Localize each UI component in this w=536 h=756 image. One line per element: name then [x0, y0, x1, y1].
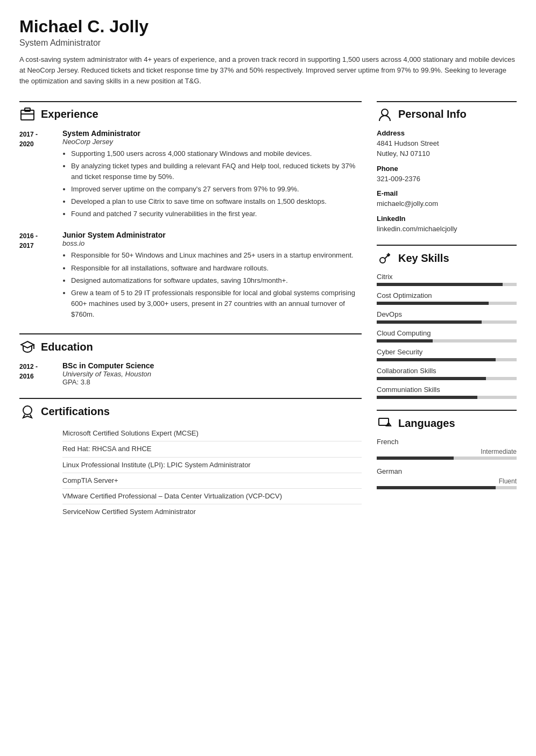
email-value: michaelc@jolly.com — [377, 198, 517, 209]
lang-bar-fill — [377, 457, 454, 460]
lang-level-label: Intermediate — [377, 448, 517, 455]
exp-company-1: NeoCorp Jersey — [62, 138, 362, 146]
skills-list: Citrix Cost Optimization DevOps Cloud Co… — [377, 273, 517, 399]
bullet: Found and patched 7 security vulnerabili… — [71, 209, 362, 219]
lang-level-label: Fluent — [377, 477, 517, 485]
personal-info-header: Personal Info — [377, 101, 517, 123]
header-section: Michael C. Jolly System Administrator A … — [19, 17, 517, 87]
experience-section: Experience 2017 - 2020 System Administra… — [19, 101, 362, 322]
edu-entry-1: 2012 - 2016 BSc in Computer Science Univ… — [19, 361, 362, 386]
lang-name: French — [377, 438, 517, 446]
skill-name: Cost Optimization — [377, 291, 517, 299]
languages-section: Languages French Intermediate German Flu… — [377, 410, 517, 489]
svg-point-6 — [382, 109, 388, 116]
edu-school-1: University of Texas, Houston — [62, 370, 154, 378]
languages-title: Languages — [398, 417, 455, 430]
lang-bar-bg — [377, 486, 517, 489]
skill-bar-fill — [377, 339, 433, 343]
languages-header: Languages — [377, 410, 517, 431]
edu-degree-1: BSc in Computer Science — [62, 361, 154, 370]
languages-icon — [377, 415, 393, 431]
skill-bar-bg — [377, 320, 517, 324]
right-column: Personal Info Address 4841 Hudson Street… — [377, 101, 517, 532]
skill-name: Communiation Skills — [377, 386, 517, 394]
key-skills-section: Key Skills Citrix Cost Optimization DevO… — [377, 245, 517, 399]
exp-dates-1: 2017 - 2020 — [19, 129, 62, 222]
lang-name: German — [377, 467, 517, 475]
skill-bar-bg — [377, 302, 517, 305]
skill-row: Collaboration Skills — [377, 367, 517, 380]
education-title: Education — [41, 341, 93, 353]
exp-bullets-2: Responsible for 50+ Windows and Linux ma… — [62, 250, 362, 320]
exp-job-title-2: Junior System Administrator — [62, 231, 362, 239]
skill-name: DevOps — [377, 310, 517, 318]
skill-row: Communiation Skills — [377, 386, 517, 399]
left-column: Experience 2017 - 2020 System Administra… — [19, 101, 362, 532]
cert-list: Microsoft Certified Solutions Expert (MC… — [19, 426, 362, 519]
skill-bar-fill — [377, 320, 482, 324]
bullet: Responsible for 50+ Windows and Linux ma… — [71, 250, 362, 261]
skill-name: Cyber Security — [377, 348, 517, 356]
certifications-header: Certifications — [19, 398, 362, 419]
edu-gpa-1: GPA: 3.8 — [62, 378, 154, 386]
experience-header: Experience — [19, 101, 362, 123]
bullet: Supporting 1,500 users across 4,000 stat… — [71, 148, 362, 159]
cert-item: VMware Certified Professional – Data Cen… — [62, 489, 362, 504]
cert-item: ServiceNow Certified System Administrato… — [62, 504, 362, 519]
skill-bar-fill — [377, 283, 503, 286]
personal-info-icon — [377, 106, 393, 123]
candidate-title: System Administrator — [19, 38, 517, 48]
skill-name: Collaboration Skills — [377, 367, 517, 375]
exp-content-1: System Administrator NeoCorp Jersey Supp… — [62, 129, 362, 222]
certifications-title: Certifications — [41, 405, 110, 418]
bullet: Developed a plan to use Citrix to save t… — [71, 196, 362, 207]
edu-dates-1: 2012 - 2016 — [19, 361, 62, 386]
resume-wrapper: Michael C. Jolly System Administrator A … — [0, 0, 536, 548]
key-skills-title: Key Skills — [398, 252, 449, 265]
exp-dates-2: 2016 - 2017 — [19, 231, 62, 322]
skill-bar-fill — [377, 396, 477, 399]
cert-item: Linux Professional Institute (LPI): LPIC… — [62, 458, 362, 473]
cert-item: Microsoft Certified Solutions Expert (MC… — [62, 426, 362, 441]
linkedin-label: LinkedIn — [377, 215, 517, 223]
phone-value: 321-009-2376 — [377, 174, 517, 184]
cert-item: CompTIA Server+ — [62, 473, 362, 489]
address-label: Address — [377, 129, 517, 137]
lang-row: French Intermediate — [377, 438, 517, 460]
candidate-name: Michael C. Jolly — [19, 17, 517, 36]
cert-item: Red Hat: RHCSA and RHCE — [62, 441, 362, 457]
key-skills-header: Key Skills — [377, 245, 517, 266]
exp-content-2: Junior System Administrator boss.io Resp… — [62, 231, 362, 322]
skill-bar-fill — [377, 358, 496, 361]
lang-bar-bg — [377, 457, 517, 460]
skill-row: Cost Optimization — [377, 291, 517, 305]
bullet: Improved server uptime on the company's … — [71, 184, 362, 195]
skill-bar-fill — [377, 302, 489, 305]
skill-bar-bg — [377, 377, 517, 380]
skill-name: Citrix — [377, 273, 517, 281]
education-icon — [19, 339, 36, 355]
lang-bar-fill — [377, 486, 496, 489]
candidate-summary: A cost-saving system administrator with … — [19, 54, 517, 87]
skill-bar-bg — [377, 339, 517, 343]
experience-icon — [19, 106, 36, 123]
bullet: By analyzing ticket types and building a… — [71, 161, 362, 182]
skill-row: Citrix — [377, 273, 517, 286]
linkedin-value: linkedin.com/michaelcjolly — [377, 224, 517, 234]
skill-bar-bg — [377, 283, 517, 286]
edu-content-1: BSc in Computer Science University of Te… — [62, 361, 154, 386]
exp-company-2: boss.io — [62, 239, 362, 247]
bullet: Designed automatizations for software up… — [71, 275, 362, 286]
personal-info-title: Personal Info — [398, 108, 467, 120]
lang-row: German Fluent — [377, 467, 517, 489]
skill-row: DevOps — [377, 310, 517, 324]
phone-label: Phone — [377, 165, 517, 173]
education-header: Education — [19, 333, 362, 355]
experience-title: Experience — [41, 108, 98, 120]
languages-list: French Intermediate German Fluent — [377, 438, 517, 489]
certifications-section: Certifications Microsoft Certified Solut… — [19, 398, 362, 519]
exp-job-title-1: System Administrator — [62, 129, 362, 138]
education-section: Education 2012 - 2016 BSc in Computer Sc… — [19, 333, 362, 386]
skill-bar-bg — [377, 358, 517, 361]
skill-name: Cloud Computing — [377, 329, 517, 337]
